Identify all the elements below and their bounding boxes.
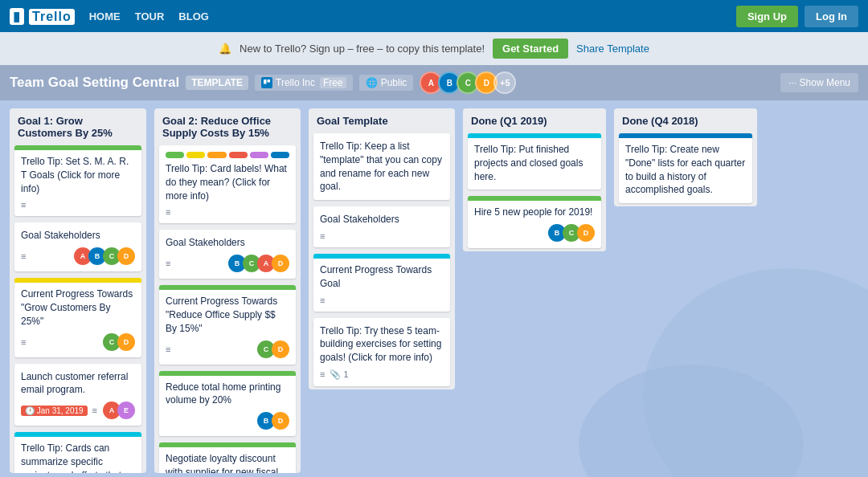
card-c10-text: Negotiate loyalty discount with supplier…	[166, 452, 289, 473]
card-avatar: D	[272, 412, 289, 430]
card-c4-footer: 🕐 Jan 31, 2019 ≡ A E	[21, 402, 135, 419]
card-c3-footer: ≡ C D	[21, 333, 135, 351]
card-c7[interactable]: Goal Stakeholders ≡ B C A D	[159, 230, 296, 279]
desc-icon: ≡	[92, 406, 97, 415]
announcement-icon: 🔔	[219, 43, 231, 55]
visibility-label: Public	[381, 77, 407, 88]
nav-right: Sign Up Log In	[736, 6, 858, 27]
visibility-badge[interactable]: 🌐 Public	[359, 75, 414, 91]
card-c2-text: Goal Stakeholders	[21, 229, 135, 243]
card-c12[interactable]: Goal Stakeholders ≡	[313, 206, 450, 247]
list-template: Goal Template Trello Tip: Keep a list "t…	[309, 108, 455, 389]
card-c16[interactable]: Hire 5 new people for 2019! B C D	[468, 196, 601, 248]
svg-rect-0	[264, 80, 267, 84]
desc-icon: ≡	[166, 207, 170, 217]
card-c12-text: Goal Stakeholders	[320, 213, 444, 226]
board-header: Team Goal Setting Central TEMPLATE Trell…	[0, 65, 868, 100]
share-template-link[interactable]: Share Template	[576, 43, 649, 55]
card-accent-green	[468, 196, 601, 201]
card-c9-footer: B D	[166, 412, 289, 430]
card-c6[interactable]: Trello Tip: Card labels! What do they me…	[159, 145, 296, 223]
card-c13[interactable]: Current Progress Towards Goal ≡	[313, 254, 450, 312]
card-accent-teal	[468, 133, 601, 138]
avatar-more[interactable]: +5	[493, 71, 516, 94]
label-green	[166, 152, 184, 158]
card-c4-avatars: A E	[103, 402, 135, 419]
desc-icon: ≡	[21, 200, 26, 210]
card-c15[interactable]: Trello Tip: Put finished projects and cl…	[468, 133, 601, 190]
card-c8[interactable]: Current Progress Towards "Reduce Office …	[159, 285, 296, 364]
card-c2[interactable]: Goal Stakeholders ≡ A B C D	[14, 222, 141, 271]
card-c9[interactable]: Reduce total home printing volume by 20%…	[159, 371, 296, 437]
card-c7-text: Goal Stakeholders	[166, 236, 289, 250]
card-c5-text: Trello Tip: Cards can summarize specific…	[21, 442, 135, 473]
trello-org-icon	[261, 77, 272, 88]
card-accent-green	[159, 442, 296, 447]
board-title: Team Goal Setting Central	[10, 75, 179, 91]
nav-blog[interactable]: BLOG	[178, 10, 209, 22]
svg-rect-1	[268, 80, 271, 83]
globe-icon: 🌐	[366, 77, 378, 88]
card-avatar: D	[577, 224, 595, 242]
card-accent-green	[159, 371, 296, 376]
signup-button[interactable]: Sign Up	[736, 6, 798, 27]
login-button[interactable]: Log In	[805, 6, 858, 27]
card-c17[interactable]: Trello Tip: Create new "Done" lists for …	[619, 133, 752, 203]
logo-text: Trello	[29, 9, 75, 25]
list-done-q4-title: Done (Q4 2018)	[614, 108, 757, 130]
card-c10[interactable]: Negotiate loyalty discount with supplier…	[159, 442, 296, 473]
card-accent-yellow	[14, 278, 141, 283]
card-c7-footer: ≡ B C A D	[166, 255, 289, 272]
desc-icon: ≡	[320, 369, 325, 379]
card-c16-text: Hire 5 new people for 2019!	[474, 206, 595, 219]
card-c3[interactable]: Current Progress Towards "Grow Customers…	[14, 278, 141, 357]
board-members: A B C D +5	[420, 71, 516, 94]
label-purple	[250, 152, 268, 158]
card-c6-labels	[166, 152, 289, 158]
label-blue	[271, 152, 289, 158]
card-c16-footer: B C D	[474, 224, 595, 242]
card-accent-teal	[14, 432, 141, 437]
label-yellow	[186, 152, 205, 158]
nav-home[interactable]: HOME	[89, 10, 121, 22]
card-avatar: D	[272, 340, 289, 358]
board-content: Goal 1: Grow Customers By 25% Trello Tip…	[0, 100, 868, 477]
list-done-q1: Done (Q1 2019) Trello Tip: Put finished …	[463, 108, 606, 251]
board-header-right: ··· Show Menu	[780, 73, 858, 92]
card-c6-text: Trello Tip: Card labels! What do they me…	[166, 162, 289, 202]
card-c14-meta: ≡ 📎 1	[320, 369, 349, 380]
desc-icon: ≡	[21, 251, 26, 261]
desc-icon: ≡	[320, 231, 325, 241]
card-c4[interactable]: Launch customer referral email program. …	[14, 364, 141, 426]
card-c1-text: Trello Tip: Set S. M. A. R. T Goals (Cli…	[21, 155, 135, 195]
card-c4-text: Launch customer referral email program.	[21, 370, 135, 398]
show-menu-button[interactable]: ··· Show Menu	[780, 73, 858, 92]
card-c8-avatars: C D	[257, 340, 289, 358]
card-c8-footer: ≡ C D	[166, 340, 289, 358]
card-c5[interactable]: Trello Tip: Cards can summarize specific…	[14, 432, 141, 473]
org-name: Trello Inc	[276, 77, 315, 88]
card-accent-green	[159, 285, 296, 290]
attachment-count: 📎 1	[330, 369, 348, 380]
card-c1-meta: ≡	[21, 200, 26, 210]
list-goal1: Goal 1: Grow Customers By 25% Trello Tip…	[10, 108, 146, 473]
nav-tour[interactable]: TOUR	[135, 10, 165, 22]
card-c14-footer: ≡ 📎 1	[320, 369, 444, 380]
desc-icon: ≡	[320, 296, 325, 305]
card-c1-footer: ≡	[21, 200, 135, 210]
get-started-button[interactable]: Get Started	[493, 39, 568, 59]
card-c2-footer: ≡ A B C D	[21, 247, 135, 265]
card-c9-text: Reduce total home printing volume by 20%	[166, 381, 289, 408]
card-c11[interactable]: Trello Tip: Keep a list "template" that …	[313, 133, 450, 200]
card-c1[interactable]: Trello Tip: Set S. M. A. R. T Goals (Cli…	[14, 145, 141, 216]
card-avatar: D	[117, 247, 135, 265]
card-c8-text: Current Progress Towards "Reduce Office …	[166, 295, 289, 335]
template-badge: TEMPLATE	[186, 75, 248, 90]
list-template-title: Goal Template	[309, 108, 455, 130]
desc-icon: ≡	[166, 259, 170, 268]
org-badge[interactable]: Trello Inc Free	[255, 75, 353, 91]
card-avatar: D	[272, 255, 289, 272]
card-c17-text: Trello Tip: Create new "Done" lists for …	[625, 143, 746, 197]
card-c12-footer: ≡	[320, 231, 444, 241]
card-c14[interactable]: Trello Tip: Try these 5 team-building ex…	[313, 318, 450, 386]
